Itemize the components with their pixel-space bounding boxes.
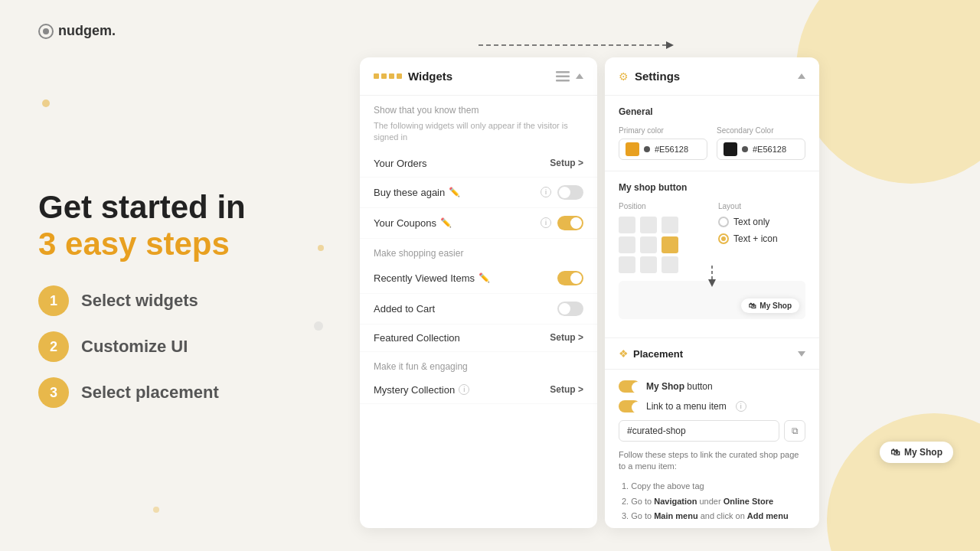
widget-buy-again-name: Buy these again — [374, 187, 445, 198]
recently-viewed-name: Recently Viewed Items — [374, 272, 475, 284]
widget-featured-collection: Featured Collection Setup > — [360, 324, 597, 352]
your-orders-setup-button[interactable]: Setup > — [550, 158, 583, 168]
step-3: 3 Select placement — [38, 377, 314, 408]
secondary-color-hex: #E56128 — [753, 145, 786, 154]
myshop-placement-toggle[interactable] — [619, 380, 640, 393]
link-menu-info-icon[interactable]: i — [736, 401, 746, 412]
step-3-label: Select placement — [81, 383, 219, 403]
settings-icon: ⚙ — [619, 70, 629, 83]
list-icon[interactable] — [556, 71, 570, 82]
pos-cell-2[interactable] — [662, 217, 678, 233]
text-only-option[interactable]: Text only — [718, 217, 805, 227]
myshop-section-title: My shop button — [619, 182, 805, 193]
section-1-desc: The following widgets will only appear i… — [360, 120, 597, 150]
svg-point-1 — [43, 28, 49, 34]
layout-label: Layout — [718, 202, 805, 210]
pos-cell-3[interactable] — [619, 236, 635, 253]
recently-viewed-toggle[interactable] — [557, 271, 583, 285]
primary-color-hex: #E56128 — [655, 145, 688, 154]
copy-tag-button[interactable]: ⧉ — [784, 420, 805, 442]
widget-coupons: Your Coupons ✏️ i — [360, 208, 597, 239]
widgets-header-actions[interactable] — [556, 71, 583, 82]
featured-collection-right[interactable]: Setup > — [550, 332, 583, 343]
pos-cell-4[interactable] — [640, 236, 657, 253]
collapse-icon[interactable] — [576, 73, 583, 79]
pos-cell-7[interactable] — [640, 256, 657, 273]
widget-buy-again-right: i — [541, 185, 583, 200]
widget-mystery-collection: Mystery Collection i Setup > — [360, 377, 597, 404]
pos-cell-0[interactable] — [619, 217, 635, 233]
mystery-collection-right[interactable]: Setup > — [550, 384, 583, 395]
tag-row: ⧉ — [619, 420, 805, 442]
primary-color-input[interactable]: #E56128 — [619, 139, 707, 160]
widgets-title-row: Widgets — [374, 70, 452, 83]
section-3-label: Make it fun & engaging — [360, 352, 597, 377]
coupons-info-icon[interactable]: i — [541, 217, 551, 228]
text-icon-label: Text + icon — [733, 233, 778, 244]
svg-rect-4 — [556, 71, 570, 73]
recently-viewed-left: Recently Viewed Items ✏️ — [374, 272, 490, 284]
pos-cell-5[interactable] — [662, 236, 678, 253]
placement-content: My Shop button Link to a menu item i ⧉ F… — [605, 370, 819, 528]
pos-cell-8[interactable] — [662, 256, 678, 273]
section-2-label: Make shopping easier — [360, 239, 597, 263]
primary-color-swatch — [626, 142, 639, 156]
recently-viewed-edit-icon[interactable]: ✏️ — [479, 272, 490, 283]
secondary-color-dot — [742, 146, 748, 152]
coupons-edit-icon[interactable]: ✏️ — [440, 217, 452, 228]
position-col: Position — [619, 202, 706, 273]
settings-panel: ⚙ Settings General Primary color #E56128… — [605, 57, 819, 528]
instructions-list: 1. Copy the above tag 2. Go to Navigatio… — [619, 479, 805, 528]
link-menu-toggle[interactable] — [619, 400, 640, 412]
pos-cell-1[interactable] — [640, 217, 657, 233]
mystery-info-icon[interactable]: i — [459, 384, 469, 395]
general-title: General — [619, 106, 805, 117]
secondary-color-input[interactable]: #E56128 — [717, 139, 805, 160]
position-label: Position — [619, 202, 706, 210]
settings-collapse-icon[interactable] — [798, 73, 805, 79]
svg-rect-6 — [556, 80, 570, 82]
added-to-cart-toggle[interactable] — [557, 302, 583, 316]
instruction-3: 3. Go to Main menu and click on Add menu… — [622, 509, 805, 528]
link-menu-toggle-row: Link to a menu item i — [619, 400, 805, 412]
position-grid[interactable] — [619, 217, 680, 273]
left-panel: nudgem. Get started in 3 easy steps 1 Se… — [0, 0, 352, 551]
widget-buy-again-left: Buy these again ✏️ — [374, 187, 460, 198]
buy-again-toggle[interactable] — [557, 185, 583, 200]
link-menu-label: Link to a menu item — [646, 401, 727, 412]
mystery-collection-setup-button[interactable]: Setup > — [550, 384, 583, 395]
placement-header: ❖ Placement — [605, 338, 819, 370]
widget-coupons-name: Your Coupons — [374, 217, 436, 229]
settings-title-row: ⚙ Settings — [619, 70, 680, 83]
step-2-label: Customize UI — [81, 337, 188, 357]
text-icon-radio[interactable] — [718, 233, 729, 244]
widgets-title: Widgets — [408, 70, 452, 83]
text-only-radio[interactable] — [718, 217, 729, 227]
logo-text: nudgem. — [58, 23, 116, 39]
svg-marker-8 — [708, 279, 716, 287]
info-icon[interactable]: i — [541, 187, 551, 197]
placement-expand-icon[interactable] — [798, 351, 805, 357]
edit-icon[interactable]: ✏️ — [449, 187, 460, 197]
myshop-preview-button: 🛍 My Shop — [741, 298, 799, 313]
tag-input[interactable] — [619, 420, 779, 442]
mystery-collection-name: Mystery Collection — [374, 384, 455, 396]
widget-added-to-cart: Added to Cart — [360, 294, 597, 324]
secondary-color-label: Secondary Color — [717, 126, 805, 135]
myshop-placement-label: My Shop button — [646, 381, 713, 392]
myshop-section: My shop button Position — [605, 171, 819, 338]
layout-options: Text only Text + icon — [718, 217, 805, 244]
mystery-collection-left: Mystery Collection i — [374, 384, 469, 396]
widgets-header: Widgets — [360, 57, 597, 96]
secondary-color-field: Secondary Color #E56128 — [717, 126, 805, 160]
coupons-toggle[interactable] — [557, 216, 583, 230]
pos-cell-6[interactable] — [619, 256, 635, 273]
widget-coupons-left: Your Coupons ✏️ — [374, 217, 452, 229]
myshop-float-button[interactable]: 🛍 My Shop — [880, 442, 953, 463]
placement-section: ❖ Placement My Shop button Link to a men… — [605, 338, 819, 528]
step-1-label: Select widgets — [81, 291, 198, 311]
logo: nudgem. — [38, 23, 116, 39]
widget-your-orders-action[interactable]: Setup > — [550, 158, 583, 168]
text-icon-option[interactable]: Text + icon — [718, 233, 805, 244]
featured-collection-setup-button[interactable]: Setup > — [550, 332, 583, 343]
